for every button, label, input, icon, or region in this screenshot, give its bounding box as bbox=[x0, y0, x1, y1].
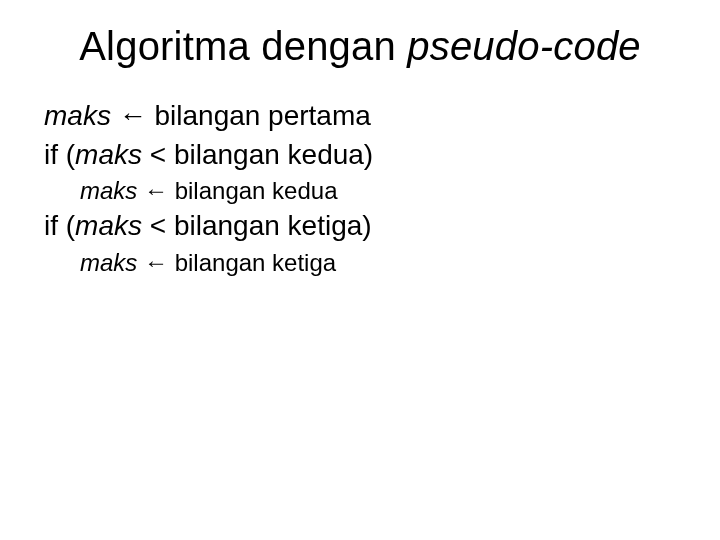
pseudocode-block: maks ← bilangan pertama if (maks < bilan… bbox=[40, 97, 680, 279]
code-line-1: maks ← bilangan pertama bbox=[44, 97, 680, 136]
arrow-icon: ← bbox=[111, 100, 155, 131]
code-text: < bilangan kedua) bbox=[142, 139, 373, 170]
if-keyword: if ( bbox=[44, 210, 75, 241]
arrow-icon: ← bbox=[137, 249, 174, 276]
code-text: < bilangan ketiga) bbox=[142, 210, 372, 241]
arrow-icon: ← bbox=[137, 177, 174, 204]
slide-title: Algoritma dengan pseudo-code bbox=[40, 24, 680, 69]
code-line-5: maks ← bilangan ketiga bbox=[44, 246, 680, 279]
code-line-3: maks ← bilangan kedua bbox=[44, 174, 680, 207]
var-maks: maks bbox=[44, 100, 111, 131]
var-maks: maks bbox=[80, 177, 137, 204]
code-text: bilangan kedua bbox=[175, 177, 338, 204]
if-keyword: if ( bbox=[44, 139, 75, 170]
var-maks: maks bbox=[80, 249, 137, 276]
var-maks: maks bbox=[75, 139, 142, 170]
title-plain: Algoritma dengan bbox=[79, 24, 407, 68]
code-line-2: if (maks < bilangan kedua) bbox=[44, 136, 680, 175]
code-text: bilangan ketiga bbox=[175, 249, 336, 276]
code-line-4: if (maks < bilangan ketiga) bbox=[44, 207, 680, 246]
var-maks: maks bbox=[75, 210, 142, 241]
title-italic: pseudo-code bbox=[407, 24, 641, 68]
code-text: bilangan pertama bbox=[154, 100, 370, 131]
